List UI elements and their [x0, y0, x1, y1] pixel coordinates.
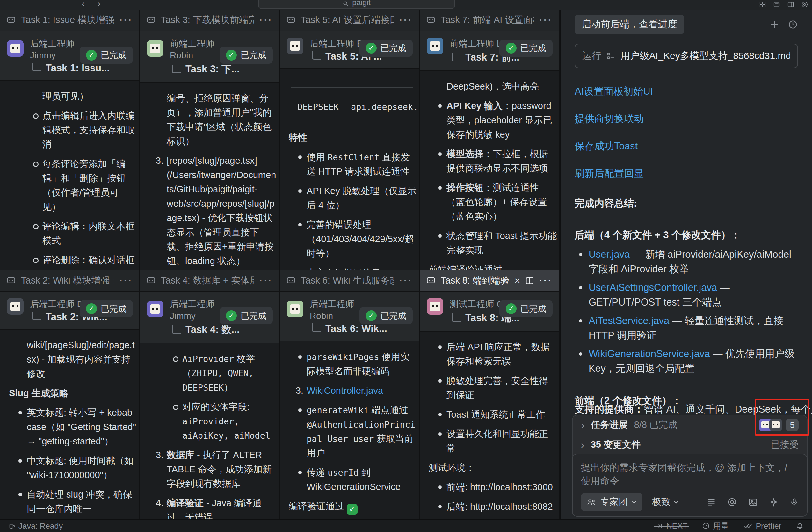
status-badge-label: 已完成 — [380, 310, 406, 322]
split-editor-icon[interactable] — [525, 276, 534, 285]
task-tab-label: Task 1: Issue 模块增强：编辑 — [21, 14, 114, 27]
file-link[interactable]: UserAiSettingsController.java — [589, 282, 717, 293]
team-selector[interactable]: 专家团 — [581, 493, 642, 511]
search-value: paigit — [352, 0, 370, 7]
text-run: API Key 输入 — [447, 101, 503, 111]
file-list-item: UserAiSettingsController.java — GET/PUT/… — [575, 280, 798, 310]
tab-menu-icon[interactable]: ··· — [259, 275, 273, 286]
notifications-bell-icon[interactable] — [796, 522, 804, 530]
file-link[interactable]: User.java — [589, 249, 630, 260]
account-icon[interactable] — [801, 1, 808, 8]
content-line: 中文标题: 使用时间戳（如 "wiki-1710000000"） — [0, 454, 137, 482]
chat-input[interactable]: 提出你的需求专家团帮你完成，@ 添加上下文，/ 使用命令 专家团 极致 — [572, 454, 808, 517]
prompt-history-chip[interactable]: 启动前后端，查看进度 — [575, 15, 684, 34]
task-tab[interactable]: Task 7: 前端 AI 设置面板··· — [420, 10, 559, 31]
task-tab-label: Task 4: 数据库 + 实体层扩 — [161, 274, 254, 287]
task-tab[interactable]: Task 4: 数据库 + 实体层扩··· — [140, 270, 279, 292]
extensions-icon[interactable] — [759, 1, 766, 8]
avatar — [7, 40, 24, 57]
changed-files-row[interactable]: › 35 变更文件 已接受 — [573, 434, 807, 454]
double-check-icon — [743, 522, 752, 530]
agent-card-header[interactable]: 前端工程师 Lee✓已完成Task 7: 前... — [420, 31, 559, 71]
history-icon[interactable] — [788, 19, 798, 30]
status-badge-label: 已完成 — [101, 49, 127, 61]
text-run: Slug 生成策略 — [9, 388, 69, 398]
step-link[interactable]: 提供商切换联动 — [575, 112, 798, 125]
task-tab[interactable]: Task 2: Wiki 模块增强：手··· — [0, 270, 139, 292]
mode-selector[interactable]: 极致 — [652, 496, 679, 508]
nav-back-icon[interactable]: ‹ — [82, 0, 85, 9]
search-input[interactable]: paigit — [258, 0, 455, 9]
task-content: 编号、拒绝原因弹窗、分页），添加普通用户"我的下载申请"区域（状态颜色标识）3.… — [140, 83, 279, 270]
kanban-board: Task 1: Issue 模块增强：编辑···后端工程师Jimmy✓已完成Ta… — [0, 10, 560, 519]
split-panel-icon[interactable] — [787, 1, 794, 8]
mention-icon[interactable] — [727, 497, 737, 507]
task-section: Task 1: Issue 模块增强：编辑···后端工程师Jimmy✓已完成Ta… — [0, 10, 139, 270]
run-file-row[interactable]: 运行 用户级AI_Key多模型支持_8568cd31.md — [575, 44, 798, 68]
next-edit-status[interactable]: NEXT — [655, 521, 688, 531]
nav-forward-icon[interactable]: › — [98, 0, 101, 9]
agent-card-header[interactable]: 后端工程师Jimmy✓已完成Task 4: 数... — [140, 292, 279, 343]
bullet-icon — [173, 404, 178, 410]
agent-card-header[interactable]: 测试工程师 Chris✓已完成Task 8: 端... — [420, 292, 559, 331]
content-line: Slug 生成策略 — [0, 386, 137, 400]
agent-card-header[interactable]: 后端工程师Robin✓已完成Task 6: Wik... — [280, 292, 419, 341]
task-tab-label: Task 2: Wiki 模块增强：手 — [21, 274, 114, 287]
content-line: 传递 userId 到 WikiGenerationService — [280, 466, 417, 494]
tab-menu-icon[interactable]: ··· — [539, 15, 553, 26]
image-icon[interactable] — [748, 497, 758, 507]
content-line: 状态管理和 Toast 提示功能完整实现 — [420, 229, 557, 257]
language-status[interactable]: Java: Ready — [8, 521, 63, 531]
task-tab[interactable]: Task 1: Issue 模块增强：编辑··· — [0, 10, 139, 31]
format-lines-icon[interactable] — [707, 498, 716, 506]
agent-avatars — [759, 418, 782, 431]
agent-card-header[interactable]: 后端工程师Jimmy✓已完成Task 1: Issu... — [0, 31, 139, 81]
content-line: 操作按钮：测试连通性（蓝色轮廓）+ 保存设置（蓝色实心） — [420, 181, 557, 224]
bullet-icon — [298, 471, 302, 474]
task-tab[interactable]: Task 6: Wiki 生成服务改进··· — [280, 270, 419, 292]
agent-count-badge: 5 — [786, 418, 799, 431]
bullet-icon — [173, 356, 178, 362]
new-chat-icon[interactable] — [769, 19, 780, 30]
bullet-icon — [438, 379, 442, 383]
tab-menu-icon[interactable]: ··· — [119, 15, 133, 26]
content-line: 前端: http://localhost:3000 — [420, 480, 557, 494]
text-run: [repos/[slug]/page.tsx](/Users/itwanger/… — [167, 156, 276, 266]
table-row: DEEPSEEKapi.deepseek.c — [280, 100, 417, 114]
agent-card-header[interactable]: 前端工程师Robin✓已完成Task 3: 下... — [140, 31, 279, 83]
step-link[interactable]: AI设置面板初始UI — [575, 85, 798, 98]
task-tab[interactable]: Task 3: 下载模块前端完善··· — [140, 10, 279, 31]
tab-menu-icon[interactable]: ··· — [539, 275, 553, 286]
usage-status[interactable]: 用量 — [702, 521, 729, 531]
close-icon[interactable]: × — [514, 275, 520, 286]
text-run: generateWiki — [307, 405, 369, 415]
file-link[interactable]: WikiController.java — [307, 385, 383, 396]
task-tab[interactable]: Task 8: 端到端验证×··· — [420, 270, 559, 292]
task-content: DeepSeek)，选中高亮API Key 输入：password 类型，pla… — [420, 71, 559, 270]
content-line: 编号、拒绝原因弹窗、分页），添加普通用户"我的下载申请"区域（状态颜色标识） — [140, 91, 277, 148]
team-icon — [587, 497, 596, 507]
tab-menu-icon[interactable]: ··· — [259, 15, 273, 26]
prettier-status[interactable]: Prettier — [743, 521, 781, 531]
agent-card-header[interactable]: 后端工程师 Bill✓已完成Task 5: AI ... — [280, 31, 419, 69]
tab-menu-icon[interactable]: ··· — [119, 275, 133, 286]
task-tab[interactable]: Task 5: AI 设置后端接口··· — [280, 10, 419, 31]
agent-card-header[interactable]: 后端工程师 Bill✓已完成Task 2: Wik... — [0, 292, 139, 330]
content-line: generateWiki 端点通过 @AuthenticationPrincip… — [280, 403, 417, 460]
tab-menu-icon[interactable]: ··· — [399, 275, 413, 286]
file-link[interactable]: AiTestService.java — [589, 315, 669, 326]
task-section: Task 6: Wiki 生成服务改进···后端工程师Robin✓已完成Task… — [280, 270, 419, 519]
tree-connector-icon — [172, 65, 181, 73]
mic-icon[interactable] — [790, 498, 799, 506]
progress-row[interactable]: › 任务进展 8/8 已完成 5 — [573, 415, 807, 434]
sparkle-icon[interactable] — [769, 498, 778, 506]
step-link[interactable]: 保存成功Toast — [575, 139, 798, 153]
content-line: 自动处理 slug 冲突，确保同一仓库内唯一 — [0, 487, 137, 516]
comment-bubble-icon — [6, 276, 16, 285]
text-run: 点击编辑后进入内联编辑模式，支持保存和取消 — [42, 110, 135, 149]
list-icon[interactable] — [773, 1, 780, 8]
tab-menu-icon[interactable]: ··· — [399, 15, 413, 26]
file-link[interactable]: WikiGenerationService.java — [589, 348, 710, 359]
step-link[interactable]: 刷新后配置回显 — [575, 167, 798, 180]
chevron-right-icon: › — [581, 419, 584, 431]
